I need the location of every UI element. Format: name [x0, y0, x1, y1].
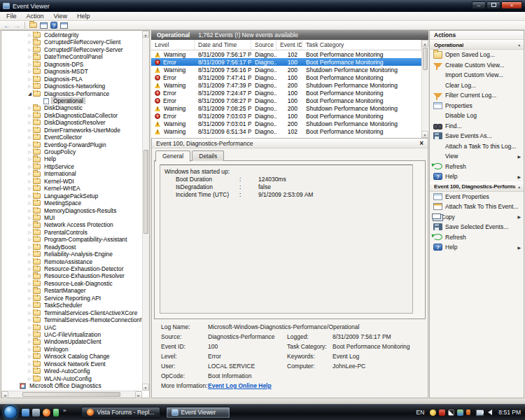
menu-file[interactable]: File: [1, 13, 22, 20]
start-button[interactable]: [4, 405, 18, 419]
event-row[interactable]: Warning8/31/2009 7:56:16 PMDiagno...200S…: [151, 66, 421, 74]
tree-item-wlan-autoconfig[interactable]: ▷WLAN-AutoConfig: [1, 375, 141, 382]
tree-item-service-reporting-api[interactable]: ▷Service Reporting API: [1, 295, 141, 302]
column-header-date-and-time[interactable]: Date and Time: [195, 40, 251, 50]
collapse-icon[interactable]: ◢: [27, 90, 33, 97]
show-console-tree-icon[interactable]: [40, 22, 48, 29]
tree-item-resource-leak-diagnostic[interactable]: ▷Resource-Leak-Diagnostic: [1, 280, 141, 287]
tree-item-diagnosis-dps[interactable]: ▷Diagnosis-DPS: [1, 61, 141, 68]
scroll-down-icon[interactable]: ▼: [421, 131, 428, 138]
action-help[interactable]: ?Help▶: [430, 242, 524, 253]
tree-item-taskscheduler[interactable]: ▷TaskScheduler: [1, 302, 141, 309]
tab-details[interactable]: Details: [192, 150, 224, 161]
taskbar-button-event-viewer[interactable]: Event Viewer: [166, 407, 230, 419]
event-row[interactable]: Error8/31/2009 7:03:03 PMDiagno...100Boo…: [151, 112, 421, 120]
tree-item-winlogon[interactable]: ▷Winlogon: [1, 346, 141, 353]
expand-icon[interactable]: ▷: [27, 236, 33, 243]
tree-item-grouppolicy[interactable]: ▷GroupPolicy: [1, 148, 141, 155]
tray-ati-icon[interactable]: [439, 410, 445, 416]
expand-icon[interactable]: ▷: [27, 53, 33, 60]
online-help-link[interactable]: Event Log Online Help: [208, 382, 428, 389]
scroll-up-icon[interactable]: ▲: [421, 40, 428, 47]
back-icon[interactable]: ←: [4, 22, 10, 29]
actions-section-operational[interactable]: Operational▲: [430, 40, 524, 50]
menu-view[interactable]: View: [49, 13, 72, 20]
expand-icon[interactable]: ▷: [27, 338, 33, 345]
tree-vertical-scrollbar[interactable]: ▲ ▼: [142, 31, 149, 391]
tree-item-memorydiagnostics-results[interactable]: ▷MemoryDiagnostics-Results: [1, 207, 141, 214]
expand-icon[interactable]: ▷: [27, 127, 33, 134]
expand-icon[interactable]: ▷: [27, 185, 33, 192]
tree-item-international[interactable]: ▷International: [1, 170, 141, 177]
scroll-down-icon[interactable]: ▼: [142, 384, 149, 391]
tree-item-operational[interactable]: Operational: [1, 97, 141, 104]
tree-item-parentalcontrols[interactable]: ▷ParentalControls: [1, 229, 141, 236]
expand-icon[interactable]: ▷: [27, 134, 33, 141]
scroll-left-icon[interactable]: ◄: [1, 391, 8, 398]
volume-icon[interactable]: [488, 410, 492, 415]
action-event-properties[interactable]: Event Properties: [430, 192, 524, 202]
action-copy[interactable]: Copy▶: [430, 212, 524, 223]
tree-item-mui[interactable]: ▷MUI: [1, 214, 141, 221]
language-indicator[interactable]: EN: [416, 409, 425, 416]
tree-item-terminalservices-clientactivexcore[interactable]: ▷TerminalServices-ClientActiveXCore: [1, 309, 141, 316]
quick-launch-firefox-icon[interactable]: [43, 409, 50, 416]
close-detail-icon[interactable]: ×: [419, 140, 424, 147]
quick-launch-more-icon[interactable]: »: [63, 407, 66, 414]
expand-icon[interactable]: ▷: [27, 229, 33, 236]
tree-item-diagnostics-performance[interactable]: ◢Diagnostics-Performance: [1, 90, 141, 97]
expand-icon[interactable]: ▷: [27, 265, 33, 272]
expand-icon[interactable]: ▷: [27, 280, 33, 287]
expand-icon[interactable]: ▷: [27, 178, 33, 185]
quick-launch-window-icon[interactable]: [22, 409, 29, 416]
menu-action[interactable]: Action: [22, 13, 49, 20]
column-header-level[interactable]: Level: [151, 40, 195, 50]
scroll-right-icon[interactable]: ►: [135, 391, 142, 398]
collapse-section-icon[interactable]: ▲: [515, 185, 521, 189]
action-view[interactable]: View▶: [430, 151, 524, 162]
expand-icon[interactable]: ▷: [27, 295, 33, 302]
tree-item-remoteassistance[interactable]: ▷RemoteAssistance: [1, 258, 141, 265]
expand-icon[interactable]: ▷: [27, 163, 33, 170]
tree-item-uac[interactable]: ▷UAC: [1, 324, 141, 331]
tree-item-uac-filevirtualization[interactable]: ▷UAC-FileVirtualization: [1, 331, 141, 338]
tree-item-readyboost[interactable]: ▷ReadyBoost: [1, 244, 141, 251]
tree-item-corruptedfilerecovery-server[interactable]: ▷CorruptedFileRecovery-Server: [1, 46, 141, 53]
event-row[interactable]: Error8/31/2009 7:08:27 PMDiagno...100Boo…: [151, 97, 421, 104]
expand-icon[interactable]: ▷: [27, 38, 33, 46]
event-row[interactable]: Error8/31/2009 7:24:47 PMDiagno...100Boo…: [151, 89, 421, 97]
expand-icon[interactable]: ▷: [27, 309, 33, 316]
tree-item-winsock-network-event[interactable]: ▷Winsock Network Event: [1, 360, 141, 368]
tree-item-diskdiagnostic[interactable]: ▷DiskDiagnostic: [1, 104, 141, 111]
action-import-custom-view[interactable]: Import Custom View...: [430, 70, 524, 80]
tree-item-restartmanager[interactable]: ▷RestartManager: [1, 287, 141, 294]
expand-icon[interactable]: ▷: [27, 346, 33, 353]
expand-icon[interactable]: ▷: [27, 112, 33, 119]
action-open-saved-log[interactable]: Open Saved Log...: [430, 50, 524, 60]
expand-icon[interactable]: ▷: [27, 46, 33, 53]
expand-icon[interactable]: ▷: [27, 83, 33, 90]
expand-icon[interactable]: ▷: [27, 61, 33, 68]
tree-item-terminalservices-remoteconnectionmanager[interactable]: ▷TerminalServices-RemoteConnectionManage…: [1, 316, 141, 323]
expand-icon[interactable]: ▷: [27, 221, 33, 228]
clock[interactable]: 8:51 PM: [498, 409, 521, 416]
event-row[interactable]: Warning8/31/2009 7:56:17 PMDiagno...102B…: [151, 50, 421, 58]
action-properties[interactable]: Properties: [430, 101, 524, 111]
action-attach-a-task-to-this-log[interactable]: Attach a Task To this Log...: [430, 141, 524, 152]
tree-item-eventcollector[interactable]: ▷EventCollector: [1, 134, 141, 141]
tree-item-program-compatibility-assistant[interactable]: ▷Program-Compatibility-Assistant: [1, 236, 141, 243]
action-refresh[interactable]: Refresh: [430, 162, 524, 172]
expand-icon[interactable]: ▷: [27, 68, 33, 75]
tree-item-help[interactable]: ▷Help: [1, 155, 141, 162]
expand-icon[interactable]: ▷: [27, 141, 33, 148]
tree-item-winsock-catalog-change[interactable]: ▷Winsock Catalog Change: [1, 353, 141, 360]
restore-button[interactable]: [486, 1, 500, 9]
quick-launch-app-icon[interactable]: [53, 409, 59, 416]
event-description-box[interactable]: Windows has started up: Boot Duration:12…: [160, 164, 413, 314]
tray-update-icon[interactable]: [457, 410, 463, 416]
event-row[interactable]: Warning8/31/2009 7:08:25 PMDiagno...200S…: [151, 104, 421, 112]
expand-icon[interactable]: ▷: [27, 302, 33, 309]
list-scrollbar-thumb[interactable]: [423, 48, 428, 70]
tree-item-kernel-wdi[interactable]: ▷Kernel-WDI: [1, 178, 141, 185]
action-attach-task-to-this-event[interactable]: Attach Task To This Event...: [430, 202, 524, 212]
